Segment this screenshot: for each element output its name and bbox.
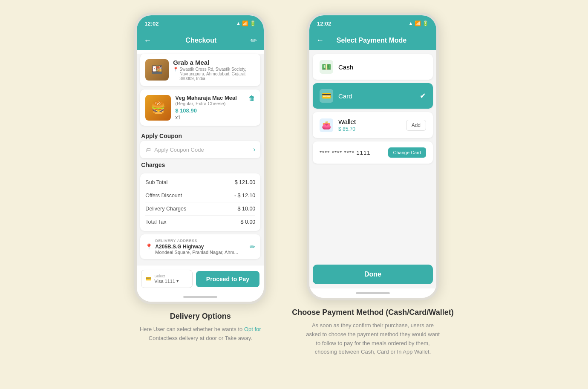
change-card-button[interactable]: Change Card	[388, 147, 426, 158]
status-time-1: 12:02	[144, 20, 159, 27]
checkout-phone: 12:02 ▲ 📶 🔋 ← Checkout ✏ 🍱	[134, 13, 266, 304]
tax-value: $ 0.00	[241, 219, 256, 225]
wifi-icon-2: ▲	[408, 20, 413, 26]
description-2: Choose Payment Method (Cash/Card/Wallet)…	[292, 308, 453, 357]
restaurant-card: 🍱 Grab a Meal 📍 Swastik Cross Rd, Swasti…	[140, 54, 260, 86]
payment-phone-wrapper: 12:02 ▲ 📶 🔋 ← Select Payment Mode	[292, 13, 453, 357]
subtotal-value: $ 121.00	[235, 179, 256, 185]
address-location-icon: 📍	[145, 243, 153, 250]
restaurant-image: 🍱	[145, 59, 169, 81]
wifi-icon: ▲	[236, 20, 241, 26]
item-quantity: x1	[175, 115, 237, 121]
card-number-row: **** **** **** 1111 Change Card	[313, 141, 433, 164]
proceed-to-pay-button[interactable]: Proceed to Pay	[196, 271, 260, 287]
card-check-icon: ✔	[420, 91, 426, 101]
home-bar-2	[309, 288, 436, 298]
charges-section-label: Charges	[137, 158, 264, 170]
description-1: Delivery Options Here User can select wh…	[140, 312, 261, 343]
home-indicator-2	[356, 292, 390, 294]
delete-item-button[interactable]: 🗑	[248, 95, 255, 102]
location-pin-icon: 📍	[173, 67, 178, 72]
payment-option-card[interactable]: 💳 Card ✔	[313, 83, 433, 109]
restaurant-emoji: 🍱	[145, 59, 169, 81]
select-card-button[interactable]: 💳 Select Visa 1111 ▾	[141, 270, 192, 288]
description-text-1: Here User can select whether he wants to…	[140, 325, 261, 343]
card-icon-small: 💳	[146, 276, 152, 282]
add-wallet-button[interactable]: Add	[406, 120, 426, 131]
checkout-bottom-bar: 💳 Select Visa 1111 ▾ Proceed to Pay	[137, 265, 264, 292]
checkout-body: 🍱 Grab a Meal 📍 Swastik Cross Rd, Swasti…	[137, 54, 264, 292]
item-price: $ 108.90	[175, 107, 237, 114]
done-btn-container: Done	[309, 260, 436, 288]
payment-body: 💵 Cash 💳 Card ✔	[309, 50, 436, 288]
back-button-2[interactable]: ←	[316, 36, 324, 45]
status-bar-1: 12:02 ▲ 📶 🔋	[137, 15, 264, 32]
status-icons-2: ▲ 📶 🔋	[408, 20, 429, 26]
address-content: 📍 DELIVERY ADDRESS A205B,S.G Highway Mon…	[145, 239, 238, 255]
item-name: Veg Maharaja Mac Meal	[175, 95, 237, 101]
status-bar-2: 12:02 ▲ 📶 🔋	[309, 15, 436, 32]
battery-icon: 🔋	[250, 20, 256, 26]
visa-label-row: Visa 1111 ▾	[154, 278, 179, 284]
edit-button-1[interactable]: ✏	[251, 36, 257, 45]
address-bar: 📍 DELIVERY ADDRESS A205B,S.G Highway Mon…	[140, 234, 260, 259]
table-row: Total Tax $ 0.00	[145, 216, 255, 228]
wallet-icon-box: 👛	[320, 118, 333, 132]
delivery-address-label: DELIVERY ADDRESS	[155, 239, 238, 243]
visa-label: Visa 1111	[154, 279, 175, 284]
coupon-input-row[interactable]: 🏷 Apply Coupon Code ›	[140, 141, 260, 158]
status-icons-1: ▲ 📶 🔋	[236, 20, 256, 26]
payment-phone: 12:02 ▲ 📶 🔋 ← Select Payment Mode	[307, 13, 439, 300]
card-icon-box: 💳	[320, 89, 333, 103]
description-title-2: Choose Payment Method (Cash/Card/Wallet)	[292, 308, 453, 317]
checkout-header: ← Checkout ✏	[137, 32, 264, 50]
item-variant: (Regular, Extra Cheese)	[175, 101, 237, 106]
item-image: 🍔	[145, 95, 171, 121]
payment-option-cash[interactable]: 💵 Cash	[313, 54, 433, 80]
wallet-balance: $ 85.70	[338, 126, 356, 132]
coupon-arrow-icon: ›	[253, 146, 255, 153]
restaurant-info: Grab a Meal 📍 Swastik Cross Rd, Swastik …	[173, 59, 255, 81]
checkout-phone-wrapper: 12:02 ▲ 📶 🔋 ← Checkout ✏ 🍱	[134, 13, 266, 343]
card-option-left: 💳 Card	[320, 89, 352, 103]
payment-title: Select Payment Mode	[337, 37, 407, 44]
address-line1: A205B,S.G Highway	[155, 244, 238, 250]
signal-icon-2: 📶	[415, 20, 421, 26]
cash-option-left: 💵 Cash	[320, 60, 353, 74]
wallet-label: Wallet	[338, 118, 356, 125]
restaurant-address: 📍 Swastik Cross Rd, Swastik Society, Nav…	[173, 67, 255, 81]
coupon-placeholder: Apply Coupon Code	[154, 147, 204, 153]
coupon-icon: 🏷	[145, 147, 151, 153]
address-info: DELIVERY ADDRESS A205B,S.G Highway Monde…	[155, 239, 238, 255]
home-indicator-1	[183, 296, 217, 298]
highlight-text-1: Opt for	[244, 326, 261, 332]
home-bar-1	[137, 292, 264, 302]
table-row: Sub Total $ 121.00	[145, 176, 255, 189]
payment-option-wallet[interactable]: 👛 Wallet $ 85.70 Add	[313, 112, 433, 138]
order-item-card: 🍔 Veg Maharaja Mac Meal (Regular, Extra …	[140, 89, 260, 126]
wallet-option-left: 👛 Wallet $ 85.70	[320, 118, 356, 132]
table-row: Offers Discount - $ 12.10	[145, 189, 255, 202]
payment-body-wrapper: 💵 Cash 💳 Card ✔	[309, 50, 436, 288]
table-row: Delivery Charges $ 10.00	[145, 202, 255, 216]
description-title-1: Delivery Options	[140, 312, 261, 321]
back-button-1[interactable]: ←	[144, 36, 151, 45]
coupon-left: 🏷 Apply Coupon Code	[145, 147, 204, 153]
tax-label: Total Tax	[145, 219, 166, 225]
card-select-info: Select Visa 1111 ▾	[154, 274, 179, 284]
restaurant-name: Grab a Meal	[173, 59, 255, 66]
discount-label: Offers Discount	[145, 193, 182, 199]
card-label: Card	[338, 92, 352, 100]
description-text-2: As soon as they confirm their purchase, …	[292, 321, 453, 357]
address-edit-icon[interactable]: ✏	[250, 243, 255, 251]
battery-icon-2: 🔋	[422, 20, 429, 26]
coupon-section-label: Apply Coupon	[137, 129, 264, 141]
payment-header: ← Select Payment Mode	[309, 32, 436, 50]
status-time-2: 12:02	[317, 20, 331, 27]
charges-box: Sub Total $ 121.00 Offers Discount - $ 1…	[140, 173, 260, 231]
delivery-value: $ 10.00	[238, 206, 256, 212]
checkout-title: Checkout	[185, 37, 216, 44]
cash-label: Cash	[338, 63, 353, 71]
done-button[interactable]: Done	[313, 265, 433, 284]
subtotal-label: Sub Total	[145, 179, 167, 185]
